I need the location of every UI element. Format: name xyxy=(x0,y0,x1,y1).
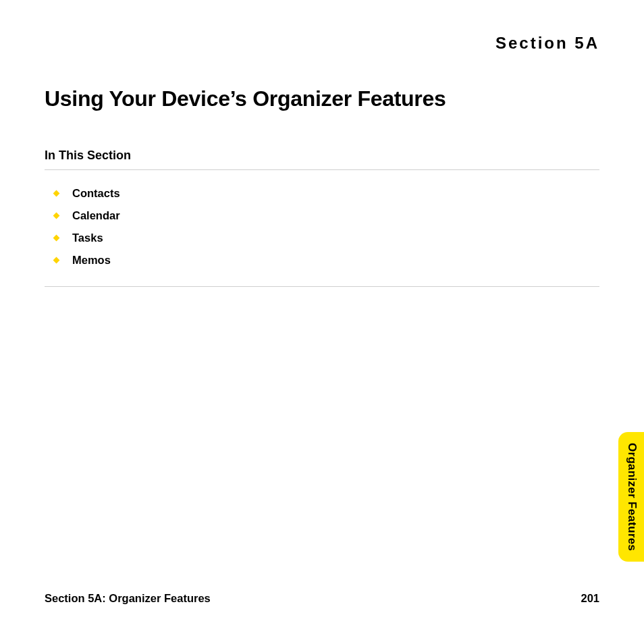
diamond-bullet-icon xyxy=(53,257,60,264)
diamond-bullet-icon xyxy=(53,190,60,197)
toc-item-label: Memos xyxy=(72,254,111,267)
page-title: Using Your Device’s Organizer Features xyxy=(45,86,599,111)
diamond-bullet-icon xyxy=(53,235,60,242)
divider-top xyxy=(45,169,599,170)
toc-item: Contacts xyxy=(54,182,599,205)
page-footer: Section 5A: Organizer Features 201 xyxy=(45,592,599,605)
document-page: Section 5A Using Your Device’s Organizer… xyxy=(0,0,644,644)
side-tab: Organizer Features xyxy=(618,432,644,562)
toc-item: Calendar xyxy=(54,205,599,227)
toc-item: Memos xyxy=(54,249,599,271)
section-label: Section 5A xyxy=(45,34,599,53)
subheading-in-this-section: In This Section xyxy=(45,149,599,163)
toc-item: Tasks xyxy=(54,227,599,249)
diamond-bullet-icon xyxy=(53,213,60,219)
toc-item-label: Contacts xyxy=(72,187,120,200)
toc-item-label: Calendar xyxy=(72,209,120,222)
page-number: 201 xyxy=(581,592,599,605)
footer-left-text: Section 5A: Organizer Features xyxy=(45,592,211,605)
toc-item-label: Tasks xyxy=(72,232,103,244)
side-tab-label: Organizer Features xyxy=(625,443,639,551)
divider-bottom xyxy=(45,286,599,287)
toc-list: Contacts Calendar Tasks Memos xyxy=(45,180,599,274)
